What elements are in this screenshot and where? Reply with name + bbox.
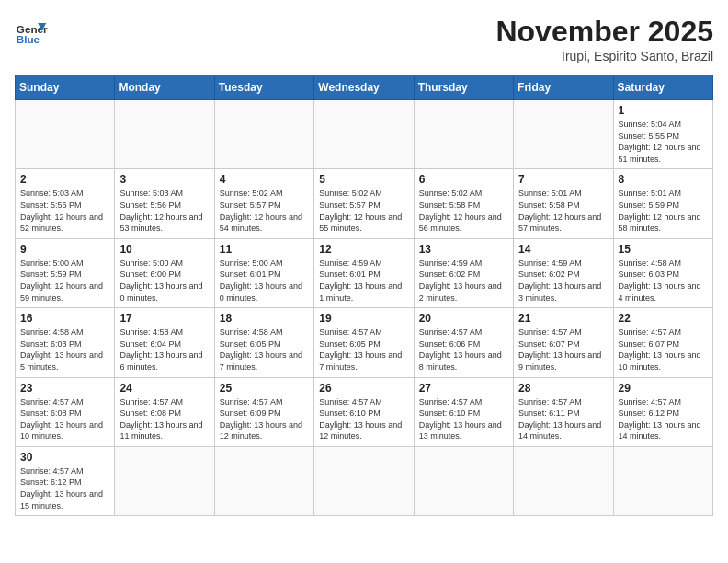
day-info: Sunrise: 5:00 AM Sunset: 5:59 PM Dayligh… xyxy=(20,258,109,304)
day-number: 26 xyxy=(319,382,408,395)
day-number: 16 xyxy=(20,312,109,325)
day-number: 30 xyxy=(20,451,109,464)
day-number: 2 xyxy=(20,173,109,186)
day-info: Sunrise: 5:03 AM Sunset: 5:56 PM Dayligh… xyxy=(20,188,109,234)
day-info: Sunrise: 5:02 AM Sunset: 5:57 PM Dayligh… xyxy=(220,188,309,234)
day-info: Sunrise: 4:58 AM Sunset: 6:03 PM Dayligh… xyxy=(619,258,708,304)
page-title: November 2025 xyxy=(495,15,713,49)
calendar-day-cell xyxy=(214,446,313,515)
calendar-day-cell xyxy=(16,100,115,169)
day-number: 22 xyxy=(619,312,708,325)
calendar-day-cell xyxy=(514,100,613,169)
day-number: 25 xyxy=(220,382,309,395)
calendar-week-row: 16Sunrise: 4:58 AM Sunset: 6:03 PM Dayli… xyxy=(16,308,713,377)
calendar-header-row: Sunday Monday Tuesday Wednesday Thursday… xyxy=(16,75,713,100)
day-number: 4 xyxy=(220,173,309,186)
calendar-day-cell: 9Sunrise: 5:00 AM Sunset: 5:59 PM Daylig… xyxy=(16,238,115,307)
calendar-day-cell xyxy=(214,100,313,169)
day-info: Sunrise: 4:58 AM Sunset: 6:03 PM Dayligh… xyxy=(20,327,109,373)
day-number: 29 xyxy=(619,382,708,395)
day-number: 28 xyxy=(518,382,608,395)
calendar-day-cell xyxy=(115,100,214,169)
calendar-day-cell xyxy=(115,446,214,515)
page-subtitle: Irupi, Espirito Santo, Brazil xyxy=(495,49,713,63)
header-wednesday: Wednesday xyxy=(314,75,414,100)
calendar-day-cell: 6Sunrise: 5:02 AM Sunset: 5:58 PM Daylig… xyxy=(414,169,513,238)
day-info: Sunrise: 5:01 AM Sunset: 5:58 PM Dayligh… xyxy=(518,188,608,234)
page-header: General Blue November 2025 Irupi, Espiri… xyxy=(15,15,713,63)
calendar-day-cell xyxy=(314,446,414,515)
day-info: Sunrise: 4:59 AM Sunset: 6:01 PM Dayligh… xyxy=(319,258,408,304)
calendar-day-cell: 10Sunrise: 5:00 AM Sunset: 6:00 PM Dayli… xyxy=(115,238,214,307)
calendar-day-cell: 21Sunrise: 4:57 AM Sunset: 6:07 PM Dayli… xyxy=(514,308,613,377)
calendar-day-cell xyxy=(414,100,513,169)
day-info: Sunrise: 4:57 AM Sunset: 6:10 PM Dayligh… xyxy=(319,396,408,442)
day-number: 11 xyxy=(220,243,309,256)
day-info: Sunrise: 4:57 AM Sunset: 6:07 PM Dayligh… xyxy=(518,327,608,373)
header-saturday: Saturday xyxy=(613,75,712,100)
title-block: November 2025 Irupi, Espirito Santo, Bra… xyxy=(495,15,713,63)
calendar-day-cell: 3Sunrise: 5:03 AM Sunset: 5:56 PM Daylig… xyxy=(115,169,214,238)
day-info: Sunrise: 4:57 AM Sunset: 6:12 PM Dayligh… xyxy=(20,465,109,511)
calendar-day-cell: 23Sunrise: 4:57 AM Sunset: 6:08 PM Dayli… xyxy=(16,377,115,446)
day-info: Sunrise: 4:57 AM Sunset: 6:08 PM Dayligh… xyxy=(119,396,209,442)
calendar-day-cell: 29Sunrise: 4:57 AM Sunset: 6:12 PM Dayli… xyxy=(613,377,712,446)
svg-text:Blue: Blue xyxy=(17,33,40,45)
calendar-day-cell: 30Sunrise: 4:57 AM Sunset: 6:12 PM Dayli… xyxy=(16,446,115,515)
day-info: Sunrise: 4:57 AM Sunset: 6:06 PM Dayligh… xyxy=(419,327,508,373)
calendar-day-cell: 12Sunrise: 4:59 AM Sunset: 6:01 PM Dayli… xyxy=(314,238,414,307)
calendar-day-cell: 13Sunrise: 4:59 AM Sunset: 6:02 PM Dayli… xyxy=(414,238,513,307)
calendar-day-cell xyxy=(613,446,712,515)
day-number: 6 xyxy=(419,173,508,186)
calendar-day-cell: 8Sunrise: 5:01 AM Sunset: 5:59 PM Daylig… xyxy=(613,169,712,238)
day-number: 20 xyxy=(419,312,508,325)
day-info: Sunrise: 5:00 AM Sunset: 6:01 PM Dayligh… xyxy=(220,258,309,304)
calendar-day-cell: 4Sunrise: 5:02 AM Sunset: 5:57 PM Daylig… xyxy=(214,169,313,238)
header-monday: Monday xyxy=(115,75,214,100)
calendar-day-cell: 28Sunrise: 4:57 AM Sunset: 6:11 PM Dayli… xyxy=(514,377,613,446)
day-info: Sunrise: 4:57 AM Sunset: 6:12 PM Dayligh… xyxy=(619,396,708,442)
day-number: 12 xyxy=(319,243,408,256)
header-thursday: Thursday xyxy=(414,75,513,100)
day-info: Sunrise: 4:57 AM Sunset: 6:11 PM Dayligh… xyxy=(518,396,608,442)
calendar-day-cell: 17Sunrise: 4:58 AM Sunset: 6:04 PM Dayli… xyxy=(115,308,214,377)
calendar-table: Sunday Monday Tuesday Wednesday Thursday… xyxy=(15,75,713,516)
day-number: 7 xyxy=(518,173,608,186)
day-info: Sunrise: 5:03 AM Sunset: 5:56 PM Dayligh… xyxy=(119,188,209,234)
day-number: 27 xyxy=(419,382,508,395)
day-info: Sunrise: 5:02 AM Sunset: 5:57 PM Dayligh… xyxy=(319,188,408,234)
calendar-day-cell: 2Sunrise: 5:03 AM Sunset: 5:56 PM Daylig… xyxy=(16,169,115,238)
day-info: Sunrise: 5:02 AM Sunset: 5:58 PM Dayligh… xyxy=(419,188,508,234)
calendar-day-cell xyxy=(514,446,613,515)
calendar-day-cell: 1Sunrise: 5:04 AM Sunset: 5:55 PM Daylig… xyxy=(613,100,712,169)
calendar-day-cell xyxy=(414,446,513,515)
day-number: 24 xyxy=(119,382,209,395)
calendar-day-cell xyxy=(314,100,414,169)
calendar-day-cell: 5Sunrise: 5:02 AM Sunset: 5:57 PM Daylig… xyxy=(314,169,414,238)
calendar-day-cell: 26Sunrise: 4:57 AM Sunset: 6:10 PM Dayli… xyxy=(314,377,414,446)
day-number: 14 xyxy=(518,243,608,256)
header-tuesday: Tuesday xyxy=(214,75,313,100)
day-number: 8 xyxy=(619,173,708,186)
logo-icon: General Blue xyxy=(15,15,48,48)
day-number: 21 xyxy=(518,312,608,325)
day-number: 15 xyxy=(619,243,708,256)
calendar-day-cell: 19Sunrise: 4:57 AM Sunset: 6:05 PM Dayli… xyxy=(314,308,414,377)
calendar-day-cell: 18Sunrise: 4:58 AM Sunset: 6:05 PM Dayli… xyxy=(214,308,313,377)
calendar-day-cell: 20Sunrise: 4:57 AM Sunset: 6:06 PM Dayli… xyxy=(414,308,513,377)
day-info: Sunrise: 5:00 AM Sunset: 6:00 PM Dayligh… xyxy=(119,258,209,304)
calendar-week-row: 2Sunrise: 5:03 AM Sunset: 5:56 PM Daylig… xyxy=(16,169,713,238)
header-friday: Friday xyxy=(514,75,613,100)
day-number: 13 xyxy=(419,243,508,256)
calendar-week-row: 30Sunrise: 4:57 AM Sunset: 6:12 PM Dayli… xyxy=(16,446,713,515)
calendar-day-cell: 22Sunrise: 4:57 AM Sunset: 6:07 PM Dayli… xyxy=(613,308,712,377)
calendar-day-cell: 25Sunrise: 4:57 AM Sunset: 6:09 PM Dayli… xyxy=(214,377,313,446)
calendar-day-cell: 27Sunrise: 4:57 AM Sunset: 6:10 PM Dayli… xyxy=(414,377,513,446)
calendar-day-cell: 24Sunrise: 4:57 AM Sunset: 6:08 PM Dayli… xyxy=(115,377,214,446)
day-number: 5 xyxy=(319,173,408,186)
day-number: 9 xyxy=(20,243,109,256)
calendar-day-cell: 15Sunrise: 4:58 AM Sunset: 6:03 PM Dayli… xyxy=(613,238,712,307)
day-number: 18 xyxy=(220,312,309,325)
day-info: Sunrise: 5:01 AM Sunset: 5:59 PM Dayligh… xyxy=(619,188,708,234)
day-number: 10 xyxy=(119,243,209,256)
